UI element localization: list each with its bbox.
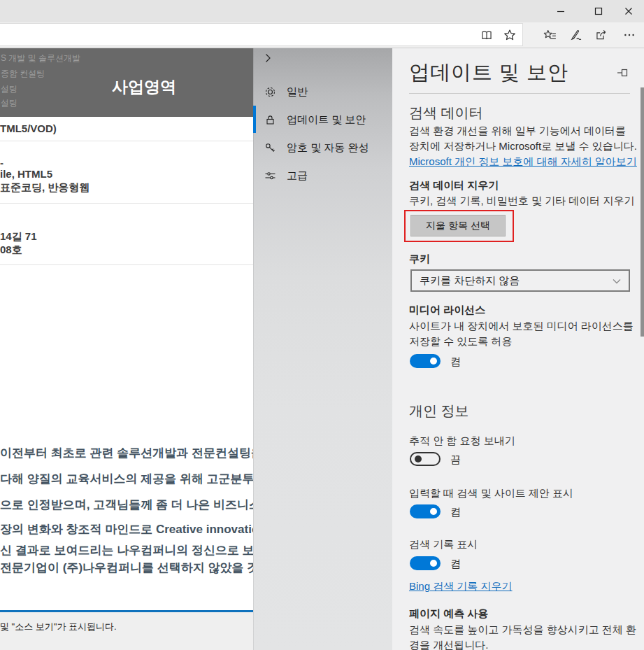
sidebar-item-label: 일반: [287, 85, 308, 99]
settings-pane-title: 업데이트 및 보안: [409, 59, 568, 87]
webpage-hero-header: S 개발 및 솔루션개발 종합 컨설팅 설팅 설팅 사업영역: [0, 48, 253, 117]
share-icon: [595, 29, 608, 41]
maximize-icon: [594, 7, 603, 15]
sidebar-item-label: 업데이트 및 보안: [287, 113, 366, 127]
chevron-down-icon: [612, 276, 622, 286]
section-heading-privacy: 개인 정보: [409, 402, 469, 421]
cookies-dropdown-value: 쿠키를 차단하지 않음: [420, 274, 520, 288]
hero-text-line: 설팅: [1, 83, 17, 95]
page-prediction-label: 페이지 예측 사용: [409, 607, 488, 621]
paragraph-line: 신 결과로 보여드리는 나우컴퍼니의 정신으로 보답하겠: [0, 542, 253, 558]
collapse-panel-button[interactable]: [262, 52, 279, 69]
media-licenses-desc: 저장할 수 있도록 허용: [409, 335, 513, 348]
reading-view-icon: [480, 29, 493, 41]
search-history-label: 검색 기록 표시: [409, 538, 478, 551]
cookies-dropdown[interactable]: 쿠키를 차단하지 않음: [410, 269, 630, 292]
search-history-toggle[interactable]: [410, 556, 441, 570]
hero-text-line: 설팅: [1, 97, 17, 109]
paragraph-line: 다해 양질의 교육서비스의 제공을 위해 고군분투해 왔: [0, 471, 253, 487]
cookies-label: 쿠키: [409, 253, 430, 266]
divider: [409, 93, 630, 94]
divider: [0, 203, 253, 204]
sidebar-item-label: 고급: [287, 169, 308, 183]
do-not-track-toggle[interactable]: [410, 452, 441, 466]
divider: [0, 141, 253, 141]
maximize-button[interactable]: [582, 0, 614, 22]
favorite-star-icon: [503, 29, 516, 41]
sidebar-item-advanced[interactable]: 고급: [253, 162, 392, 190]
minimize-icon: [557, 7, 565, 15]
hero-text-line: 종합 컨설팅: [1, 68, 45, 80]
close-button[interactable]: [613, 0, 644, 22]
privacy-learn-more-link[interactable]: Microsoft 개인 정보 보호에 대해 자세히 알아보기: [409, 155, 637, 169]
clear-bing-history-link[interactable]: Bing 검색 기록 지우기: [409, 580, 513, 593]
settings-pane: 업데이트 및 보안 검색 데이터 검색 환경 개선을 위해 일부 기능에서 데이…: [392, 48, 644, 650]
pin-pane-button[interactable]: [617, 67, 629, 78]
section-heading-browsing-data: 검색 데이터: [409, 104, 483, 122]
divider: [0, 264, 253, 265]
search-suggestions-label: 입력할 때 검색 및 사이트 제안 표시: [409, 487, 573, 500]
page-title: 사업영역: [112, 76, 176, 98]
share-button[interactable]: [591, 25, 612, 45]
clear-browsing-data-heading: 검색 데이터 지우기: [409, 179, 499, 192]
browsing-data-desc: 검색 환경 개선을 위해 일부 기능에서 데이터를: [409, 125, 626, 138]
page-prediction-desc: 검색 속도를 높이고 가독성을 향상시키고 전체 환: [409, 623, 636, 637]
sliders-icon: [264, 170, 276, 182]
webpage-content: S 개발 및 솔루션개발 종합 컨설팅 설팅 설팅 사업영역 TML5/VOD)…: [0, 48, 253, 650]
paragraph-line: 으로 인정받으며, 고객님들께 좀 더 나은 비즈니스 환경: [0, 497, 253, 513]
sidebar-item-label: 암호 및 자동 완성: [287, 141, 369, 155]
paragraph-line: 전문기업이 (주)나우컴퍼니를 선택하지 않았을 것입니: [0, 560, 253, 576]
browsing-data-desc: 장치에 저장하거나 Microsoft로 보낼 수 있습니다.: [409, 140, 637, 153]
sidebar-item-update-security[interactable]: 업데이트 및 보안: [253, 106, 392, 134]
search-suggestions-toggle[interactable]: [410, 504, 441, 518]
web-note-button[interactable]: [565, 25, 586, 45]
paragraph-line: 이전부터 최초로 관련 솔루션개발과 전문컨설팅을 시작: [0, 445, 253, 461]
key-icon: [264, 142, 276, 154]
settings-scrollbar-thumb[interactable]: [641, 87, 644, 337]
list-item: -: [0, 157, 3, 169]
web-note-icon: [569, 29, 582, 41]
list-item: 표준코딩, 반응형웹: [0, 181, 90, 195]
media-licenses-toggle[interactable]: [410, 354, 441, 368]
choose-what-to-clear-button[interactable]: 지울 항목 선택: [410, 215, 506, 236]
lock-icon: [264, 114, 276, 126]
toggle-state-label: 켬: [450, 506, 461, 519]
hero-text-line: S 개발 및 솔루션개발: [1, 52, 80, 64]
media-licenses-desc: 사이트가 내 장치에서 보호된 미디어 라이선스를: [409, 320, 634, 333]
more-icon: [623, 29, 636, 41]
do-not-track-label: 추적 안 함 요청 보내기: [409, 434, 515, 448]
clear-browsing-data-desc: 쿠키, 검색 기록, 비밀번호 및 기타 데이터 지우기: [409, 195, 635, 208]
list-item: ile, HTML5: [0, 168, 52, 180]
add-favorite-button[interactable]: [499, 25, 520, 45]
address-line: 14길 71: [0, 230, 37, 243]
paragraph-line: 장의 변화와 창조적 마인드로 Creative innovation을: [0, 521, 253, 537]
toggle-state-label: 끔: [450, 453, 461, 467]
chevron-right-icon: [262, 52, 273, 64]
address-line: 08호: [0, 243, 22, 257]
gear-icon: [264, 86, 276, 98]
list-item: TML5/VOD): [0, 122, 57, 134]
edge-browser-window: S 개발 및 솔루션개발 종합 컨설팅 설팅 설팅 사업영역 TML5/VOD)…: [0, 0, 644, 650]
minimize-button[interactable]: [545, 0, 576, 22]
settings-more-button[interactable]: [619, 25, 640, 45]
notification-text: 및 "소스 보기"가 표시됩니다.: [0, 621, 117, 633]
media-licenses-label: 미디어 라이선스: [409, 304, 485, 317]
hub-icon: [543, 29, 557, 41]
settings-nav-panel: 일반 업데이트 및 보안 암호 및 자동 완성 고급: [253, 48, 392, 650]
sidebar-item-general[interactable]: 일반: [253, 78, 392, 106]
browser-notification-bar: 및 "소스 보기"가 표시됩니다.: [0, 610, 253, 650]
address-bar[interactable]: [0, 23, 523, 46]
sidebar-item-passwords-autofill[interactable]: 암호 및 자동 완성: [253, 134, 392, 162]
reading-view-button[interactable]: [476, 25, 497, 45]
toggle-state-label: 켬: [450, 558, 461, 571]
page-prediction-desc: 경을 개선됩니다.: [409, 639, 488, 650]
pin-icon: [617, 67, 629, 78]
close-icon: [624, 7, 633, 15]
hub-button[interactable]: [539, 25, 560, 45]
toggle-state-label: 켬: [450, 355, 461, 369]
